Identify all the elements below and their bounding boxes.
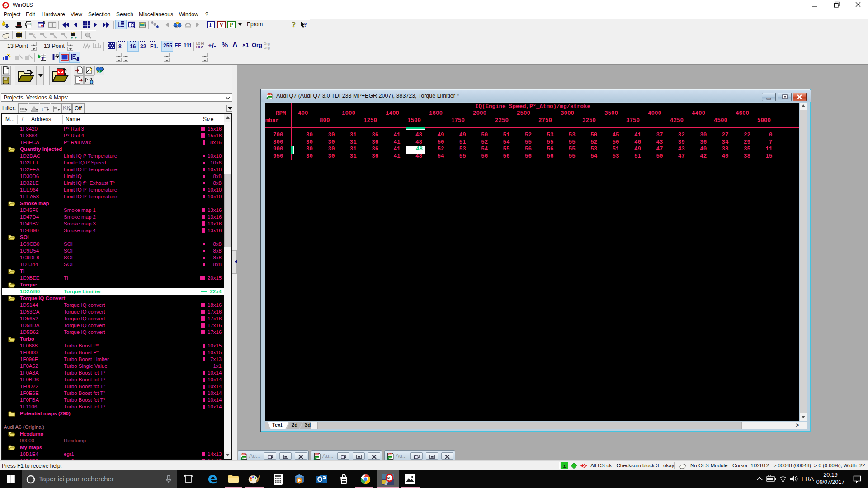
svg-text:IOI: IOI — [268, 93, 272, 95]
svg-text:F: F — [42, 56, 45, 61]
svg-text:IOII..: IOII.. — [175, 26, 179, 28]
svg-text:IOI: IOI — [316, 453, 320, 455]
svg-text:IOI: IOI — [389, 453, 393, 455]
svg-text:?: ? — [292, 21, 296, 28]
svg-text:?: ? — [304, 21, 307, 28]
svg-text:∞: ∞ — [387, 475, 390, 480]
svg-text:F: F — [209, 22, 212, 28]
svg-text:=: = — [33, 33, 35, 36]
svg-text:IOI: IOI — [242, 453, 246, 455]
svg-text:#-#: #-# — [71, 36, 77, 39]
svg-text:i: i — [42, 106, 43, 112]
svg-text:V: V — [220, 22, 224, 28]
svg-text:P: P — [230, 22, 233, 28]
svg-text:HP: HP — [97, 70, 103, 74]
svg-text:Σ: Σ — [563, 463, 567, 469]
svg-text:∞: ∞ — [4, 3, 7, 8]
svg-text:?x: ?x — [53, 36, 56, 39]
